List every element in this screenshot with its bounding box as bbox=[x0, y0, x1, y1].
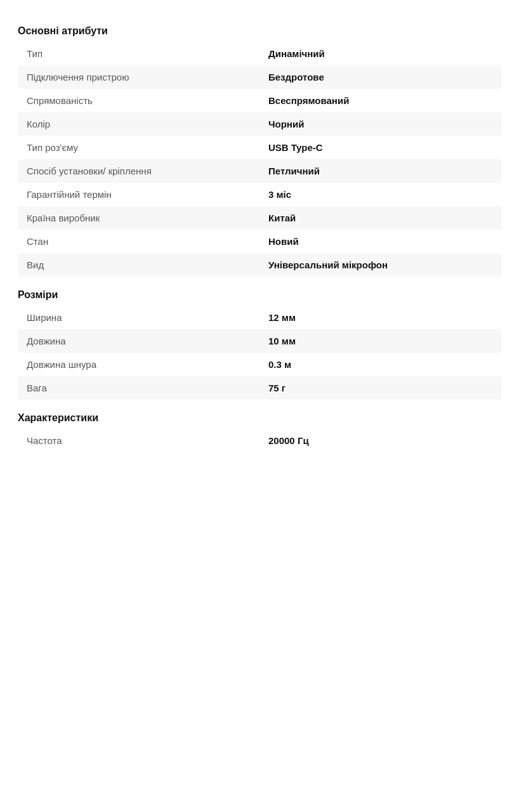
row-label: Тип роз'єму bbox=[18, 136, 260, 159]
row-label: Тип bbox=[18, 42, 260, 65]
row-label: Спосіб установки/ кріплення bbox=[18, 159, 260, 183]
row-value: 10 мм bbox=[260, 329, 501, 353]
attributes-table-characteristics: Частота20000 Гц bbox=[18, 429, 501, 452]
row-label: Частота bbox=[18, 429, 260, 452]
row-value: Китай bbox=[260, 206, 501, 230]
row-value: 75 г bbox=[260, 376, 501, 400]
table-row: Підключення пристроюБездротове bbox=[18, 65, 501, 89]
section-title-dimensions: Розміри bbox=[18, 289, 501, 301]
table-row: Країна виробникКитай bbox=[18, 206, 501, 230]
row-value: Новий bbox=[260, 230, 501, 253]
section-spacer bbox=[18, 277, 501, 283]
row-value: 12 мм bbox=[260, 306, 501, 329]
table-row: Ширина12 мм bbox=[18, 306, 501, 329]
row-label: Вага bbox=[18, 376, 260, 400]
row-label: Гарантійний термін bbox=[18, 183, 260, 206]
page-content: Основні атрибутиТипДинамічнийПідключення… bbox=[18, 25, 501, 452]
row-value: Всеспрямований bbox=[260, 89, 501, 112]
table-row: Частота20000 Гц bbox=[18, 429, 501, 452]
section-spacer bbox=[18, 400, 501, 406]
attributes-table-main-attributes: ТипДинамічнийПідключення пристроюБездрот… bbox=[18, 42, 501, 277]
row-value: 0.3 м bbox=[260, 353, 501, 376]
table-row: Гарантійний термін3 міс bbox=[18, 183, 501, 206]
row-value: 20000 Гц bbox=[260, 429, 501, 452]
table-row: Довжина шнура0.3 м bbox=[18, 353, 501, 376]
table-row: Спосіб установки/ кріпленняПетличний bbox=[18, 159, 501, 183]
row-label: Країна виробник bbox=[18, 206, 260, 230]
section-title-main-attributes: Основні атрибути bbox=[18, 25, 501, 37]
section-title-characteristics: Характеристики bbox=[18, 412, 501, 424]
row-label: Спрямованість bbox=[18, 89, 260, 112]
row-label: Довжина шнура bbox=[18, 353, 260, 376]
row-label: Колір bbox=[18, 112, 260, 136]
row-label: Довжина bbox=[18, 329, 260, 353]
row-value: Петличний bbox=[260, 159, 501, 183]
attributes-table-dimensions: Ширина12 ммДовжина10 ммДовжина шнура0.3 … bbox=[18, 306, 501, 400]
row-value: Бездротове bbox=[260, 65, 501, 89]
table-row: СтанНовий bbox=[18, 230, 501, 253]
table-row: Вага75 г bbox=[18, 376, 501, 400]
row-value: 3 міс bbox=[260, 183, 501, 206]
table-row: СпрямованістьВсеспрямований bbox=[18, 89, 501, 112]
row-value: Універсальний мікрофон bbox=[260, 253, 501, 277]
table-row: Тип роз'ємуUSB Type-C bbox=[18, 136, 501, 159]
row-label: Підключення пристрою bbox=[18, 65, 260, 89]
table-row: ВидУніверсальний мікрофон bbox=[18, 253, 501, 277]
table-row: Довжина10 мм bbox=[18, 329, 501, 353]
row-value: Чорний bbox=[260, 112, 501, 136]
row-value: Динамічний bbox=[260, 42, 501, 65]
row-label: Вид bbox=[18, 253, 260, 277]
row-label: Ширина bbox=[18, 306, 260, 329]
table-row: КолірЧорний bbox=[18, 112, 501, 136]
table-row: ТипДинамічний bbox=[18, 42, 501, 65]
row-label: Стан bbox=[18, 230, 260, 253]
row-value: USB Type-C bbox=[260, 136, 501, 159]
